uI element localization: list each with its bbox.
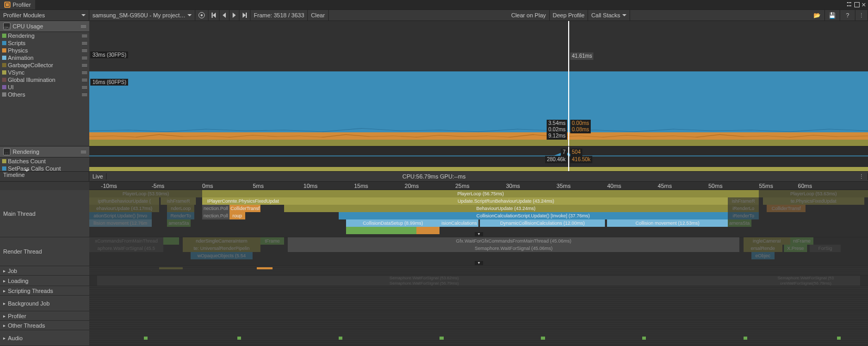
swatch [2,92,6,97]
clear-button[interactable]: Clear [308,10,328,20]
thread-header-main[interactable]: Main Thread [0,190,89,237]
next-frame-button[interactable] [229,10,239,20]
cpu-chart[interactable]: 33ms (30FPS) 16ms (60FPS) 41.61ms 3.54ms… [89,21,868,146]
thread-header-job[interactable]: Job [0,266,89,276]
swatch [2,166,6,171]
profiler-icon [4,2,11,8]
frame-counter[interactable]: Frame: 3518 / 3633 [250,10,308,20]
prev-frame-button[interactable] [219,10,229,20]
tab-title: Profiler [13,2,31,8]
first-frame-button[interactable] [208,10,219,20]
thread-track-main[interactable]: PlayerLoop (53.59ms) PlayerLoop (56.75ms… [89,190,868,237]
open-icon: 📂 [813,11,821,19]
call-stacks-dropdown[interactable]: Call Stacks [588,10,630,20]
dots-icon: ⋮ [859,12,864,19]
thread-track-scripting[interactable] [89,286,868,296]
drag-handle-icon[interactable] [82,57,87,59]
thread-header-audio[interactable]: Audio [0,330,89,346]
rendering-icon: ⬚ [3,148,11,155]
thread-header-bgjob[interactable]: Background Job [0,296,89,311]
last-frame-button[interactable] [239,10,250,20]
swatch [2,70,6,75]
drag-handle-icon[interactable] [82,49,87,52]
swatch [2,85,6,89]
drag-handle-icon[interactable] [82,79,87,81]
category-batches-count[interactable]: Batches Count [0,158,89,165]
expand-icon[interactable]: ▾ [475,232,483,236]
cpu-gpu-stats: CPU:56.79ms GPU:--ms [402,173,465,180]
window-menu-icon[interactable] [847,2,852,7]
thread-track-audio[interactable] [89,330,868,346]
module-header-rendering[interactable]: ⬚ Rendering [0,146,89,158]
tab-profiler[interactable]: Profiler [0,0,35,9]
category-vsync[interactable]: VSync [0,69,89,76]
thread-header-other[interactable]: Other Threads [0,321,89,330]
load-button[interactable]: 📂 [810,10,825,20]
readout: 280.46k [545,156,567,163]
deep-profile-toggle[interactable]: Deep Profile [550,10,589,20]
category-physics[interactable]: Physics [0,47,89,54]
thread-track-other[interactable] [89,321,868,330]
thread-track-render[interactable]: xCommandsFromMainThread nderSingleCamera… [89,237,868,266]
cpu-icon: CPU [3,23,11,30]
profiler-modules-dropdown[interactable]: Profiler Modules [0,10,89,20]
live-toggle[interactable]: Live [89,173,107,180]
thread-header-scripting[interactable]: Scripting Threads [0,286,89,296]
thread-header-render[interactable]: Render Thread [0,237,89,266]
target-dropdown[interactable]: samsung_SM-G950U - My project… [89,10,195,20]
view-mode-dropdown[interactable]: Timeline [0,172,89,181]
record-icon [198,12,205,18]
context-menu-button[interactable]: ⋮ [855,10,868,20]
thread-header-loading[interactable]: Loading [0,276,89,286]
thread-track-profiler[interactable] [89,311,868,321]
frame-cursor[interactable] [568,146,569,171]
ruler-tick: 50ms [708,183,723,189]
frame-cursor[interactable] [568,21,569,146]
thread-track-loading[interactable]: Semaphore.WaitForSignal (53.62ms) Semaph… [89,276,868,286]
ruler-tick: 45ms [658,183,672,189]
swatch [2,159,6,163]
drag-handle-icon[interactable] [82,93,87,96]
module-header-cpu[interactable]: CPU CPU Usage [0,21,89,32]
save-button[interactable]: 💾 [825,10,840,20]
category-animation[interactable]: Animation [0,54,89,61]
drag-handle-icon[interactable] [82,71,87,74]
drag-handle-icon[interactable] [82,42,87,45]
threshold-60fps: 16ms (60FPS) [90,79,128,86]
category-garbagecollector[interactable]: GarbageCollector [0,61,89,69]
thread-track-bgjob[interactable] [89,296,868,311]
ruler-tick: 5ms [253,183,264,189]
clear-on-play-toggle[interactable]: Clear on Play [508,10,549,20]
category-others[interactable]: Others [0,91,89,98]
chevron-down-icon [187,14,192,16]
drag-handle-icon[interactable] [82,86,87,89]
readout: 9.12ms [547,132,567,140]
drag-handle-icon[interactable] [82,64,87,67]
expand-icon[interactable]: ▾ [475,261,483,265]
thread-track-job[interactable] [89,266,868,276]
readout: 416.50k [570,156,592,163]
help-button[interactable]: ? [840,10,855,20]
time-ruler[interactable]: -10ms-5ms0ms5ms10ms15ms20ms25ms30ms35ms4… [89,182,868,190]
close-icon[interactable]: × [862,2,866,7]
ruler-tick: 0ms [202,183,213,189]
ruler-tick: 15ms [354,183,368,189]
category-scripts[interactable]: Scripts [0,39,89,47]
swatch [2,63,6,67]
ruler-tick: 35ms [557,183,571,189]
category-rendering[interactable]: Rendering [0,32,89,39]
maximize-icon[interactable] [854,2,860,7]
swatch [2,78,6,82]
drag-handle-icon[interactable] [82,35,87,37]
category-ui[interactable]: UI [0,83,89,91]
record-button[interactable] [195,10,208,20]
chevron-down-icon [622,14,626,16]
ruler-tick: 30ms [506,183,520,189]
ruler-tick: 60ms [798,183,812,189]
ruler-tick: 20ms [405,183,419,189]
timeline-menu-button[interactable]: ⋮ [855,173,868,180]
module-title: CPU Usage [13,23,43,29]
thread-header-profiler[interactable]: Profiler [0,311,89,321]
category-global-illumination[interactable]: Global Illumination [0,76,89,83]
rendering-chart[interactable]: 7 504 280.46k 416.50k [89,146,868,171]
